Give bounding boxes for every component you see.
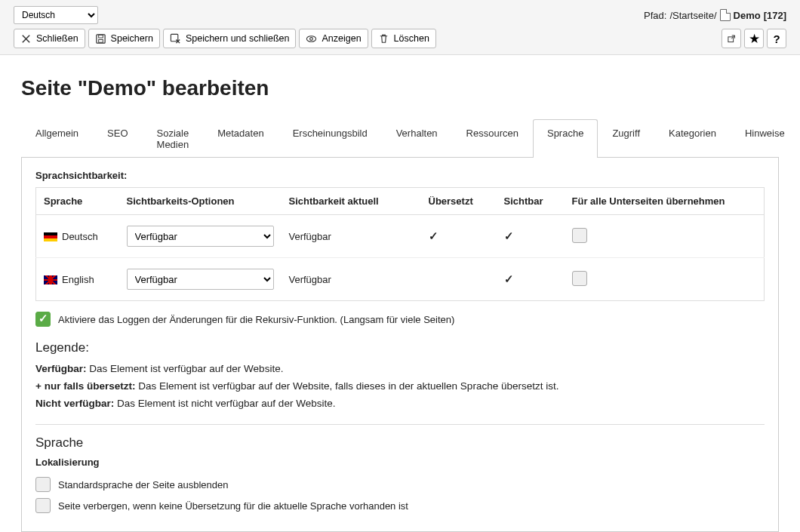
tabs: AllgemeinSEOSoziale MedienMetadatenErsch…	[21, 118, 779, 158]
svg-point-5	[310, 37, 313, 40]
visibility-table: Sprache Sichtbarkeits-Optionen Sichtbark…	[35, 187, 765, 301]
row-language: Deutsch	[62, 231, 98, 242]
hide-no-translation-label: Seite verbergen, wenn keine Übersetzung …	[58, 500, 408, 512]
table-row: DeutschVerfügbarVerfügbar✓✓	[36, 215, 765, 258]
view-label: Anzeigen	[322, 33, 361, 44]
tab-ressourcen[interactable]: Ressourcen	[452, 119, 533, 158]
save-label: Speichern	[111, 33, 153, 44]
close-button[interactable]: Schließen	[14, 29, 85, 48]
tab-metadaten[interactable]: Metadaten	[203, 119, 278, 158]
visibility-option-select[interactable]: Verfügbar	[127, 226, 274, 247]
delete-button[interactable]: Löschen	[371, 29, 436, 48]
row-translated	[421, 258, 497, 301]
visibility-section-label: Sprachsichtbarkeit:	[35, 170, 765, 181]
tab-hinweise[interactable]: Hinweise	[731, 119, 799, 158]
save-close-icon	[170, 33, 181, 45]
svg-point-4	[307, 35, 316, 42]
check-icon: ✓	[429, 229, 438, 242]
svg-rect-1	[98, 35, 103, 38]
page-title: Seite "Demo" bearbeiten	[21, 76, 779, 100]
view-button[interactable]: Anzeigen	[299, 29, 368, 48]
tab-allgemein[interactable]: Allgemein	[21, 119, 93, 158]
divider	[35, 424, 765, 425]
visibility-option-select[interactable]: Verfügbar	[127, 269, 274, 290]
tab-seo[interactable]: SEO	[93, 119, 142, 158]
tab-verhalten[interactable]: Verhalten	[382, 119, 452, 158]
breadcrumb-page-name: Demo	[734, 10, 761, 21]
th-options: Sichtbarkeits-Optionen	[119, 188, 282, 215]
external-icon	[727, 33, 736, 45]
tab-sprache[interactable]: Sprache	[533, 119, 598, 158]
row-language: English	[62, 274, 94, 285]
tab-soziale-medien[interactable]: Soziale Medien	[143, 119, 204, 158]
svg-rect-2	[98, 39, 103, 42]
th-current: Sichtbarkeit aktuell	[282, 188, 421, 215]
legend-title: Legende:	[35, 340, 765, 355]
apply-subpages-checkbox[interactable]	[572, 228, 587, 243]
save-close-label: Speichern und schließen	[186, 33, 290, 44]
hide-no-translation-checkbox[interactable]	[35, 498, 51, 513]
table-row: EnglishVerfügbarVerfügbar✓	[36, 258, 765, 301]
log-recursive-label: Aktiviere das Loggen der Änderungen für …	[58, 314, 454, 325]
th-visible: Sichtbar	[497, 188, 565, 215]
flag-icon	[44, 232, 57, 241]
path-label: Pfad:	[644, 10, 666, 21]
open-external-button[interactable]	[722, 29, 741, 48]
flag-icon	[44, 275, 57, 284]
delete-label: Löschen	[394, 33, 429, 44]
row-current: Verfügbar	[282, 258, 421, 301]
legend-not-available: Nicht verfügbar: Das Element ist nicht v…	[35, 398, 765, 409]
check-icon: ✓	[504, 272, 514, 285]
svg-rect-0	[96, 34, 104, 42]
save-icon	[95, 33, 106, 45]
breadcrumb: Pfad: /Startseite/ Demo [172]	[644, 9, 786, 21]
save-close-button[interactable]: Speichern und schließen	[163, 29, 297, 48]
th-apply-sub: Für alle Unterseiten übernehmen	[565, 188, 765, 215]
row-translated: ✓	[421, 215, 497, 258]
hide-default-label: Standardsprache der Seite ausblenden	[58, 479, 229, 490]
eye-icon	[306, 33, 317, 45]
help-button[interactable]: ?	[767, 29, 786, 48]
tab-kategorien[interactable]: Kategorien	[654, 119, 731, 158]
tab-zugriff[interactable]: Zugriff	[598, 119, 654, 158]
row-visible: ✓	[497, 258, 565, 301]
row-current: Verfügbar	[282, 215, 421, 258]
th-language: Sprache	[36, 188, 119, 215]
legend-only-translated: + nur falls übersetzt: Das Element ist v…	[35, 380, 765, 392]
language-section-title: Sprache	[35, 435, 765, 451]
th-translated: Übersetzt	[421, 188, 497, 215]
legend-available: Verfügbar: Das Element ist verfügbar auf…	[35, 363, 765, 374]
save-button[interactable]: Speichern	[88, 29, 160, 48]
hide-default-checkbox[interactable]	[35, 477, 51, 492]
log-recursive-checkbox[interactable]	[35, 312, 51, 327]
close-label: Schließen	[36, 33, 78, 44]
check-icon: ✓	[504, 229, 514, 242]
tab-erscheinungsbild[interactable]: Erscheinungsbild	[278, 119, 382, 158]
localization-label: Lokalisierung	[35, 457, 765, 468]
close-icon	[20, 33, 32, 45]
favorite-button[interactable]: ★	[744, 29, 764, 48]
row-visible: ✓	[497, 215, 565, 258]
page-icon	[720, 9, 731, 21]
breadcrumb-root-link[interactable]: /Startseite/	[669, 10, 716, 21]
breadcrumb-page-id: [172]	[764, 10, 786, 21]
ui-language-select[interactable]: Deutsch	[14, 6, 98, 24]
apply-subpages-checkbox[interactable]	[572, 271, 587, 286]
trash-icon	[378, 33, 389, 45]
